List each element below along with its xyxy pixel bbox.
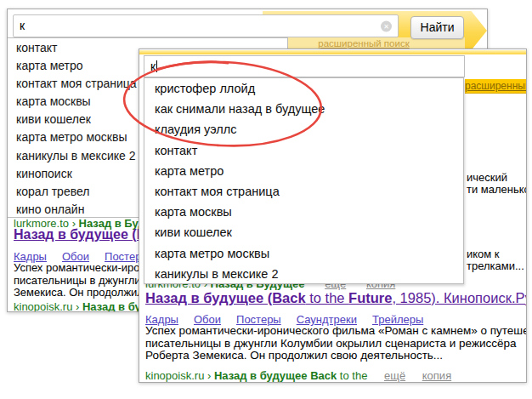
title-bold-1: Назад в будущее (Back (145, 290, 306, 305)
clipped-text-fragment: трелками... (467, 259, 524, 272)
result-url-rest: to the (337, 369, 367, 382)
suggestion-item[interactable]: каникулы в мексике 2 (144, 264, 463, 284)
more-link[interactable]: ещё (384, 369, 405, 382)
clipped-text-fragment: ический (467, 171, 507, 184)
suggestions-dropdown: кристофер ллойдкак снимали назад в будущ… (144, 77, 464, 284)
search-input[interactable]: к ✕ (13, 14, 399, 37)
suggestion-item[interactable]: киви кошелек (144, 222, 463, 242)
suggestion-item[interactable]: карта москвы (144, 202, 463, 222)
snippet-line: Роберта Земекиса. Он продолжил свою деят… (145, 350, 527, 362)
foreground-search-window: к расширенный ический ти маленького иком… (139, 48, 527, 383)
result-url-line: kinopoisk.ru › Назад в будущее Back to t… (145, 369, 451, 382)
result-url-bold: Назад в будущее Back (214, 369, 337, 382)
clear-input-icon[interactable]: ✕ (381, 20, 392, 31)
result-url[interactable]: kinopoisk.ru › (145, 369, 214, 382)
suggestion-item[interactable]: карта метро (144, 161, 463, 181)
result-title-link[interactable]: Назад в будущее (Back to the Future, 198… (145, 290, 527, 306)
result-snippet: Успех романтически-иронического фильма «… (145, 325, 527, 362)
clipped-text-fragment: иком к (467, 248, 500, 260)
copy-link[interactable]: копия (422, 369, 451, 382)
snippet-line: писательницы в джунгли Колумбии окрылил … (145, 338, 527, 351)
suggestion-item[interactable]: карта метро москвы (144, 243, 463, 264)
snippet-line: Успех романтически-иронического фильма «… (145, 325, 527, 338)
result-url[interactable]: kinopoisk.ru › (14, 300, 82, 312)
advanced-search-band: расширенный (465, 79, 527, 94)
advanced-search-link[interactable]: расширенный (465, 80, 527, 92)
clipped-text-fragment: ти маленького (467, 183, 527, 196)
yellow-top-strip (139, 50, 526, 54)
title-reg-2: , 1985). Кинопоиск.Ру (392, 290, 527, 305)
suggestion-item[interactable]: контакт моя страница (144, 181, 463, 202)
search-query-text: к (14, 19, 25, 32)
suggestion-item[interactable]: как снимали назад в будущее (144, 99, 463, 119)
suggestion-item[interactable]: клаудия уэллс (144, 119, 463, 140)
title-reg-1: to the (306, 290, 348, 305)
find-button[interactable]: Найти (410, 16, 464, 39)
advanced-search-link[interactable]: расширенный поиск (318, 38, 409, 48)
text-caret (156, 60, 157, 72)
screenshot-canvas: расширенный поиск к ✕ Найти контакткарта… (0, 0, 532, 399)
search-query-text: к (144, 60, 156, 73)
title-bold-2: Future (348, 290, 392, 305)
suggestion-item[interactable]: кристофер ллойд (144, 78, 463, 99)
search-input[interactable]: к (144, 55, 465, 77)
suggestion-item[interactable]: контакт (144, 140, 463, 161)
